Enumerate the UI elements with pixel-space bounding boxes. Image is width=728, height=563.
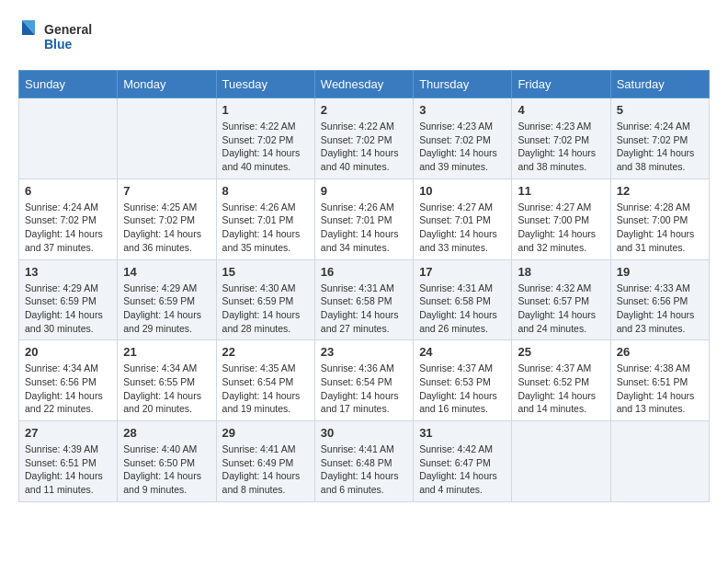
weekday-header-sunday: Sunday [19,71,118,98]
day-number: 11 [518,184,604,198]
calendar-cell: 14Sunrise: 4:29 AMSunset: 6:59 PMDayligh… [118,259,216,340]
cell-sun-info: Sunrise: 4:42 AMSunset: 6:47 PMDaylight:… [419,442,506,497]
day-number: 8 [222,184,309,198]
day-number: 29 [222,426,309,440]
cell-sun-info: Sunrise: 4:23 AMSunset: 7:02 PMDaylight:… [518,120,604,174]
day-number: 5 [617,103,703,117]
calendar-cell: 11Sunrise: 4:27 AMSunset: 7:00 PMDayligh… [512,178,610,259]
weekday-header-monday: Monday [118,71,216,98]
calendar-cell: 23Sunrise: 4:36 AMSunset: 6:54 PMDayligh… [314,340,413,421]
calendar-cell: 3Sunrise: 4:23 AMSunset: 7:02 PMDaylight… [414,98,512,179]
calendar-cell [19,98,118,179]
calendar-cell: 15Sunrise: 4:30 AMSunset: 6:59 PMDayligh… [216,259,314,340]
logo-svg: General Blue [18,18,119,55]
calendar-cell: 22Sunrise: 4:35 AMSunset: 6:54 PMDayligh… [216,340,314,421]
calendar-cell: 31Sunrise: 4:42 AMSunset: 6:47 PMDayligh… [414,421,512,502]
weekday-header-thursday: Thursday [414,71,512,98]
cell-sun-info: Sunrise: 4:32 AMSunset: 6:57 PMDaylight:… [518,282,604,336]
calendar-cell: 24Sunrise: 4:37 AMSunset: 6:53 PMDayligh… [414,340,512,421]
day-number: 2 [321,103,407,117]
cell-sun-info: Sunrise: 4:29 AMSunset: 6:59 PMDaylight:… [123,282,210,336]
page-header: General Blue [18,18,710,55]
calendar-cell: 27Sunrise: 4:39 AMSunset: 6:51 PMDayligh… [19,421,118,502]
cell-sun-info: Sunrise: 4:30 AMSunset: 6:59 PMDaylight:… [222,282,309,336]
cell-sun-info: Sunrise: 4:29 AMSunset: 6:59 PMDaylight:… [25,282,111,336]
day-number: 6 [25,184,111,198]
cell-sun-info: Sunrise: 4:38 AMSunset: 6:51 PMDaylight:… [617,362,703,416]
day-number: 27 [25,426,111,440]
day-number: 25 [518,345,604,359]
day-number: 17 [419,265,506,279]
logo: General Blue [18,18,119,55]
cell-sun-info: Sunrise: 4:31 AMSunset: 6:58 PMDaylight:… [321,282,407,336]
cell-sun-info: Sunrise: 4:36 AMSunset: 6:54 PMDaylight:… [321,362,407,416]
cell-sun-info: Sunrise: 4:41 AMSunset: 6:49 PMDaylight:… [222,442,309,497]
calendar-cell: 10Sunrise: 4:27 AMSunset: 7:01 PMDayligh… [414,178,512,259]
day-number: 21 [123,345,210,359]
calendar-cell [610,421,709,502]
cell-sun-info: Sunrise: 4:28 AMSunset: 7:00 PMDaylight:… [617,201,703,255]
calendar-cell: 30Sunrise: 4:41 AMSunset: 6:48 PMDayligh… [314,421,413,502]
cell-sun-info: Sunrise: 4:26 AMSunset: 7:01 PMDaylight:… [222,201,309,255]
cell-sun-info: Sunrise: 4:27 AMSunset: 7:00 PMDaylight:… [518,201,604,255]
day-number: 15 [222,265,309,279]
day-number: 20 [25,345,111,359]
svg-text:General: General [44,22,92,37]
day-number: 24 [419,345,506,359]
day-number: 22 [222,345,309,359]
cell-sun-info: Sunrise: 4:31 AMSunset: 6:58 PMDaylight:… [419,282,506,336]
calendar-cell: 26Sunrise: 4:38 AMSunset: 6:51 PMDayligh… [610,340,709,421]
calendar-cell: 18Sunrise: 4:32 AMSunset: 6:57 PMDayligh… [512,259,610,340]
day-number: 28 [123,426,210,440]
cell-sun-info: Sunrise: 4:41 AMSunset: 6:48 PMDaylight:… [321,442,407,497]
calendar-cell: 2Sunrise: 4:22 AMSunset: 7:02 PMDaylight… [314,98,413,179]
calendar-cell: 16Sunrise: 4:31 AMSunset: 6:58 PMDayligh… [314,259,413,340]
calendar-cell: 8Sunrise: 4:26 AMSunset: 7:01 PMDaylight… [216,178,314,259]
week-row-1: 1Sunrise: 4:22 AMSunset: 7:02 PMDaylight… [19,98,710,179]
calendar-cell: 25Sunrise: 4:37 AMSunset: 6:52 PMDayligh… [512,340,610,421]
week-row-5: 27Sunrise: 4:39 AMSunset: 6:51 PMDayligh… [19,421,710,502]
calendar-cell: 4Sunrise: 4:23 AMSunset: 7:02 PMDaylight… [512,98,610,179]
cell-sun-info: Sunrise: 4:27 AMSunset: 7:01 PMDaylight:… [419,201,506,255]
day-number: 16 [321,265,407,279]
cell-sun-info: Sunrise: 4:22 AMSunset: 7:02 PMDaylight:… [222,120,309,174]
day-number: 4 [518,103,604,117]
calendar-cell: 19Sunrise: 4:33 AMSunset: 6:56 PMDayligh… [610,259,709,340]
svg-text:Blue: Blue [44,37,73,52]
day-number: 18 [518,265,604,279]
calendar-cell: 17Sunrise: 4:31 AMSunset: 6:58 PMDayligh… [414,259,512,340]
cell-sun-info: Sunrise: 4:33 AMSunset: 6:56 PMDaylight:… [617,282,703,336]
cell-sun-info: Sunrise: 4:22 AMSunset: 7:02 PMDaylight:… [321,120,407,174]
calendar-cell: 12Sunrise: 4:28 AMSunset: 7:00 PMDayligh… [610,178,709,259]
day-number: 10 [419,184,506,198]
day-number: 13 [25,265,111,279]
day-number: 3 [419,103,506,117]
calendar-cell: 28Sunrise: 4:40 AMSunset: 6:50 PMDayligh… [118,421,216,502]
calendar-cell: 1Sunrise: 4:22 AMSunset: 7:02 PMDaylight… [216,98,314,179]
calendar-cell [118,98,216,179]
weekday-header-friday: Friday [512,71,610,98]
day-number: 30 [321,426,407,440]
calendar-cell: 5Sunrise: 4:24 AMSunset: 7:02 PMDaylight… [610,98,709,179]
weekday-header-wednesday: Wednesday [314,71,413,98]
calendar-cell: 29Sunrise: 4:41 AMSunset: 6:49 PMDayligh… [216,421,314,502]
cell-sun-info: Sunrise: 4:34 AMSunset: 6:56 PMDaylight:… [25,362,111,416]
cell-sun-info: Sunrise: 4:40 AMSunset: 6:50 PMDaylight:… [123,442,210,497]
calendar-cell: 20Sunrise: 4:34 AMSunset: 6:56 PMDayligh… [19,340,118,421]
calendar-cell: 21Sunrise: 4:34 AMSunset: 6:55 PMDayligh… [118,340,216,421]
day-number: 14 [123,265,210,279]
day-number: 23 [321,345,407,359]
calendar-cell: 13Sunrise: 4:29 AMSunset: 6:59 PMDayligh… [19,259,118,340]
cell-sun-info: Sunrise: 4:35 AMSunset: 6:54 PMDaylight:… [222,362,309,416]
day-number: 12 [617,184,703,198]
weekday-header-tuesday: Tuesday [216,71,314,98]
calendar-cell: 7Sunrise: 4:25 AMSunset: 7:02 PMDaylight… [118,178,216,259]
calendar-table: SundayMondayTuesdayWednesdayThursdayFrid… [18,70,710,502]
calendar-cell: 9Sunrise: 4:26 AMSunset: 7:01 PMDaylight… [314,178,413,259]
day-number: 19 [617,265,703,279]
day-number: 31 [419,426,506,440]
cell-sun-info: Sunrise: 4:25 AMSunset: 7:02 PMDaylight:… [123,201,210,255]
week-row-2: 6Sunrise: 4:24 AMSunset: 7:02 PMDaylight… [19,178,710,259]
cell-sun-info: Sunrise: 4:24 AMSunset: 7:02 PMDaylight:… [617,120,703,174]
day-number: 26 [617,345,703,359]
